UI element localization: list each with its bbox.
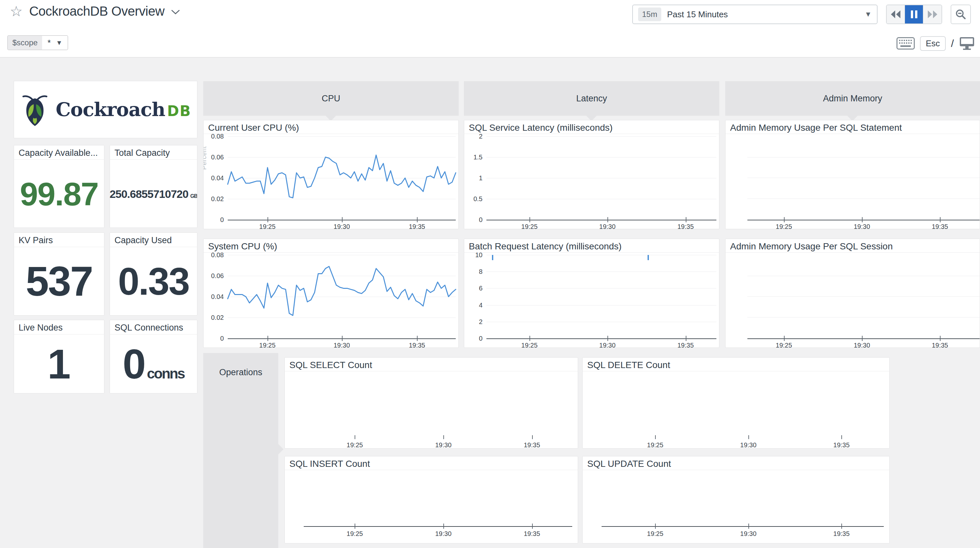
chart-plot-admin-memory-statement[interactable]: 19:2519:3019:35 (725, 134, 980, 229)
stat-label: Capacity Used (110, 233, 197, 247)
stat-label: Live Nodes (14, 320, 104, 335)
cockroachdb-logo-card: CockroachDB (14, 81, 197, 138)
time-range-picker[interactable]: 15m Past 15 Minutes ▼ (632, 5, 878, 24)
chart-title: SQL INSERT Count (285, 456, 578, 470)
chart-card-admin-memory-statement: Admin Memory Usage Per SQL Statement 19:… (725, 120, 980, 229)
caret-down-icon: ▼ (864, 10, 872, 19)
stat-value: 0 (123, 343, 145, 385)
chart-plot-sql-service-latency[interactable]: 21.510.5019:2519:3019:35 (464, 134, 719, 229)
chart-plot-sql-select-count[interactable]: 19:2519:3019:35 (285, 372, 578, 448)
stat-value: 1 (47, 343, 70, 385)
chart-title: SQL Service Latency (milliseconds) (464, 120, 719, 134)
chart-title: Admin Memory Usage Per SQL Statement (725, 120, 980, 134)
monitor-icon[interactable] (959, 37, 975, 50)
chart-plot-system-cpu[interactable]: 0.080.060.040.02019:2519:3019:35 (204, 253, 458, 348)
stat-card-capacity-used[interactable]: Capacity Used 0.33 (110, 232, 197, 316)
cockroach-bug-icon (20, 92, 50, 127)
stat-card-capacity-available[interactable]: Capacity Available... 99.87 (14, 145, 104, 228)
chart-card-sql-select-count: SQL SELECT Count 19:2519:3019:35 (285, 357, 578, 449)
chart-card-sql-update-count: SQL UPDATE Count 19:2519:3019:35 (582, 456, 889, 543)
logo-wordmark: Cockroach (56, 98, 165, 121)
shortcut-hints: Esc / (896, 35, 975, 51)
stat-label: Capacity Available... (14, 145, 104, 160)
chart-title: Current User CPU (%) (204, 120, 458, 134)
chart-title: Batch Request Latency (milliseconds) (464, 239, 719, 253)
esc-key-badge: Esc (920, 36, 946, 51)
group-header-cpu[interactable]: CPU (203, 81, 459, 116)
zoom-out-icon (955, 9, 966, 20)
stat-label: Total Capacity (110, 145, 197, 160)
chart-card-sql-delete-count: SQL DELETE Count 19:2519:3019:35 (582, 357, 889, 449)
chart-plot-sql-update-count[interactable]: 19:2519:3019:35 (583, 470, 889, 543)
page-title: CockroachDB Overview (29, 4, 164, 19)
group-notch-operations (278, 444, 283, 454)
stat-value: 99.87 (20, 178, 98, 210)
chart-plot-admin-memory-session[interactable]: 19:2519:3019:35 (725, 253, 980, 348)
stat-card-sql-connections[interactable]: SQL Connections 0 conns (110, 320, 197, 394)
time-range-badge: 15m (638, 8, 661, 21)
fast-forward-icon (927, 10, 938, 19)
scope-var-name: $scope (8, 36, 42, 49)
group-header-admin-memory[interactable]: Admin Memory (725, 81, 980, 116)
chart-plot-sql-insert-count[interactable]: 19:2519:3019:35 (285, 470, 578, 543)
chart-plot-batch-request-latency[interactable]: 108642019:2519:3019:35 (464, 253, 719, 348)
stat-label: SQL Connections (110, 320, 197, 335)
scope-var-value[interactable]: * ▼ (42, 36, 68, 49)
group-header-operations[interactable]: Operations (203, 353, 278, 548)
slash-separator: / (951, 38, 954, 49)
title-row: ☆ CockroachDB Overview (10, 4, 180, 19)
chart-plot-sql-delete-count[interactable]: 19:2519:3019:35 (583, 372, 889, 448)
zoom-out-button[interactable] (951, 5, 971, 24)
chart-card-batch-request-latency: Batch Request Latency (milliseconds) 108… (464, 238, 719, 348)
group-label: Admin Memory (823, 94, 883, 104)
stat-card-live-nodes[interactable]: Live Nodes 1 (14, 320, 104, 394)
chart-title: Admin Memory Usage Per SQL Session (725, 239, 980, 253)
chart-title: SQL UPDATE Count (583, 456, 889, 470)
chart-card-admin-memory-session: Admin Memory Usage Per SQL Session 19:25… (725, 238, 980, 348)
star-icon[interactable]: ☆ (10, 4, 22, 19)
rewind-button[interactable] (887, 5, 905, 24)
top-bar: ☆ CockroachDB Overview 15m Past 15 Minut… (0, 0, 980, 58)
stat-value: 537 (26, 260, 93, 302)
group-label: CPU (322, 94, 340, 104)
chart-card-system-cpu: System CPU (%) 0.080.060.040.02019:2519:… (203, 238, 459, 348)
pause-button[interactable] (905, 5, 923, 24)
chart-card-current-user-cpu: Current User CPU (%) 0.080.060.040.02019… (203, 120, 459, 229)
chart-card-sql-service-latency: SQL Service Latency (milliseconds) 21.51… (464, 120, 719, 229)
stat-value: 250.6855710720 (110, 188, 188, 200)
chart-title: SQL SELECT Count (285, 357, 578, 371)
chart-plot-current-user-cpu[interactable]: 0.080.060.040.02019:2519:3019:35Percent (204, 134, 458, 229)
playback-controls (886, 5, 942, 24)
caret-down-icon: ▼ (56, 39, 63, 47)
group-label: Operations (219, 367, 262, 378)
chart-card-sql-insert-count: SQL INSERT Count 19:2519:3019:35 (285, 456, 578, 543)
group-header-latency[interactable]: Latency (464, 81, 719, 116)
stat-value: 0.33 (118, 262, 189, 300)
stat-unit: conns (147, 367, 185, 381)
pause-icon (910, 10, 918, 19)
scope-var-selected: * (47, 38, 51, 48)
template-variable-scope[interactable]: $scope * ▼ (7, 35, 68, 50)
chevron-down-icon[interactable] (171, 9, 180, 16)
stat-unit: GB (190, 194, 197, 199)
time-controls: 15m Past 15 Minutes ▼ (632, 5, 971, 24)
rewind-icon (890, 10, 901, 19)
stat-card-total-capacity[interactable]: Total Capacity 250.6855710720 GB (110, 145, 197, 228)
logo-suffix: DB (167, 103, 191, 119)
keyboard-icon (896, 37, 915, 49)
stat-card-kv-pairs[interactable]: KV Pairs 537 (14, 232, 104, 316)
dashboard-screen: ☆ CockroachDB Overview 15m Past 15 Minut… (0, 0, 980, 548)
fast-forward-button[interactable] (923, 5, 942, 24)
stat-label: KV Pairs (14, 233, 104, 247)
chart-title: System CPU (%) (204, 239, 458, 253)
chart-title: SQL DELETE Count (583, 357, 889, 371)
time-range-label: Past 15 Minutes (667, 10, 865, 19)
group-label: Latency (576, 94, 607, 104)
